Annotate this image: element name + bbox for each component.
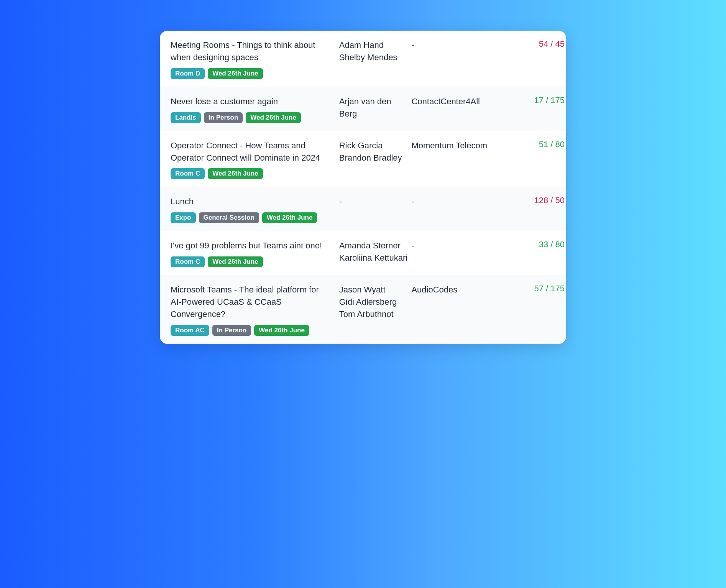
badges-wrap: Room CWed 26th June: [171, 256, 332, 267]
table-row[interactable]: Never lose a customer againLandisIn Pers…: [160, 87, 566, 131]
session-title: Operator Connect - How Teams and Operato…: [171, 140, 332, 164]
table-row[interactable]: Operator Connect - How Teams and Operato…: [160, 131, 566, 187]
session-title: I've got 99 problems but Teams aint one!: [171, 240, 332, 252]
speakers-cell: Adam HandShelby Mendes: [339, 39, 409, 79]
session-title: Lunch: [171, 195, 332, 208]
capacity-cell: 33 / 80: [503, 240, 565, 267]
table-row[interactable]: Microsoft Teams - The ideal platform for…: [160, 275, 566, 344]
speakers-cell: -: [339, 195, 409, 223]
capacity-cell: 17 / 175: [503, 95, 565, 123]
company-cell: -: [411, 39, 500, 79]
badge: Room C: [171, 168, 205, 179]
capacity-cell: 128 / 50: [503, 195, 565, 223]
session-title: Never lose a customer again: [171, 95, 332, 108]
badge: Wed 26th June: [208, 168, 263, 179]
speaker-name: Karoliina Kettukari: [339, 252, 409, 264]
badge: Wed 26th June: [208, 256, 263, 267]
table-row[interactable]: Meeting Rooms - Things to think about wh…: [160, 31, 566, 87]
session-title: Microsoft Teams - The ideal platform for…: [171, 284, 332, 320]
speakers-cell: Arjan van den Berg: [339, 95, 409, 123]
badges-wrap: Room CWed 26th June: [171, 168, 332, 179]
speaker-name: Tom Arbuthnot: [339, 308, 409, 320]
speakers-cell: Jason WyattGidi AdlersbergTom Arbuthnot: [339, 284, 409, 336]
capacity-cell: 51 / 80: [503, 140, 565, 179]
badge: Landis: [171, 112, 201, 123]
company-cell: AudioCodes: [411, 284, 500, 336]
table-row[interactable]: LunchExpoGeneral SessionWed 26th June--1…: [160, 187, 566, 231]
table-row[interactable]: I've got 99 problems but Teams aint one!…: [160, 231, 566, 275]
capacity-cell: 57 / 175: [503, 284, 565, 336]
speaker-name: Shelby Mendes: [339, 51, 409, 64]
badge: In Person: [204, 112, 243, 123]
speaker-name: Adam Hand: [339, 39, 409, 51]
speaker-name: Rick Garcia: [339, 140, 409, 152]
speaker-name: Jason Wyatt: [339, 284, 409, 296]
title-cell: Never lose a customer againLandisIn Pers…: [171, 95, 336, 123]
badge: Expo: [171, 212, 196, 223]
badge: In Person: [212, 325, 251, 336]
capacity-cell: 54 / 45: [503, 39, 565, 79]
title-cell: LunchExpoGeneral SessionWed 26th June: [171, 195, 336, 223]
speakers-cell: Amanda SternerKaroliina Kettukari: [339, 240, 409, 267]
badges-wrap: ExpoGeneral SessionWed 26th June: [171, 212, 332, 223]
speaker-name: -: [339, 195, 409, 208]
badge: Wed 26th June: [262, 212, 317, 223]
title-cell: Microsoft Teams - The ideal platform for…: [171, 284, 336, 336]
title-cell: Operator Connect - How Teams and Operato…: [171, 140, 336, 179]
sessions-table: Meeting Rooms - Things to think about wh…: [160, 31, 566, 344]
badge: Room C: [171, 256, 205, 267]
company-cell: -: [411, 240, 500, 267]
badges-wrap: LandisIn PersonWed 26th June: [171, 112, 332, 123]
speaker-name: Brandon Bradley: [339, 152, 409, 164]
badge: Wed 26th June: [254, 325, 309, 336]
badge: Room AC: [171, 325, 209, 336]
speakers-cell: Rick GarciaBrandon Bradley: [339, 140, 409, 179]
badges-wrap: Room DWed 26th June: [171, 68, 332, 79]
speaker-name: Arjan van den Berg: [339, 95, 409, 120]
company-cell: Momentum Telecom: [411, 140, 500, 179]
speaker-name: Gidi Adlersberg: [339, 296, 409, 308]
badge: Wed 26th June: [246, 112, 301, 123]
badge: Wed 26th June: [208, 68, 263, 79]
company-cell: ContactCenter4All: [411, 95, 500, 123]
badges-wrap: Room ACIn PersonWed 26th June: [171, 325, 332, 336]
badge: Room D: [171, 68, 205, 79]
company-cell: -: [411, 195, 500, 223]
title-cell: Meeting Rooms - Things to think about wh…: [171, 39, 336, 79]
speaker-name: Amanda Sterner: [339, 240, 409, 252]
badge: General Session: [199, 212, 259, 223]
session-title: Meeting Rooms - Things to think about wh…: [171, 39, 332, 64]
title-cell: I've got 99 problems but Teams aint one!…: [171, 240, 336, 267]
